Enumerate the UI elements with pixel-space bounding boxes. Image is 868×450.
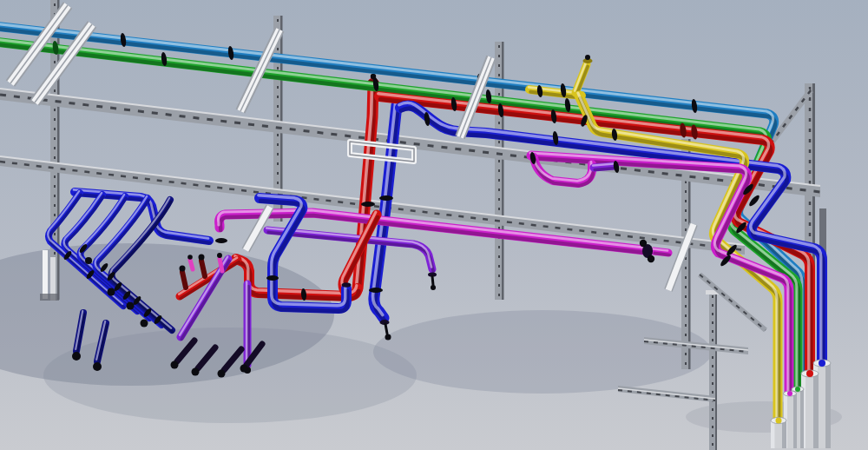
violet-end-valve (431, 285, 436, 290)
piping-rack-render: 3D piping rack CAD render (0, 0, 868, 450)
yellow-cap (585, 55, 590, 60)
navy-riser-valve (385, 334, 391, 341)
cad-viewport: 3D piping rack CAD render (0, 0, 868, 450)
ground-shadow-center (373, 310, 712, 394)
pipe-shading (654, 253, 669, 255)
navy-u-flange (342, 282, 352, 288)
pipe-shading (595, 168, 615, 169)
sleeve-yellow (771, 417, 786, 448)
